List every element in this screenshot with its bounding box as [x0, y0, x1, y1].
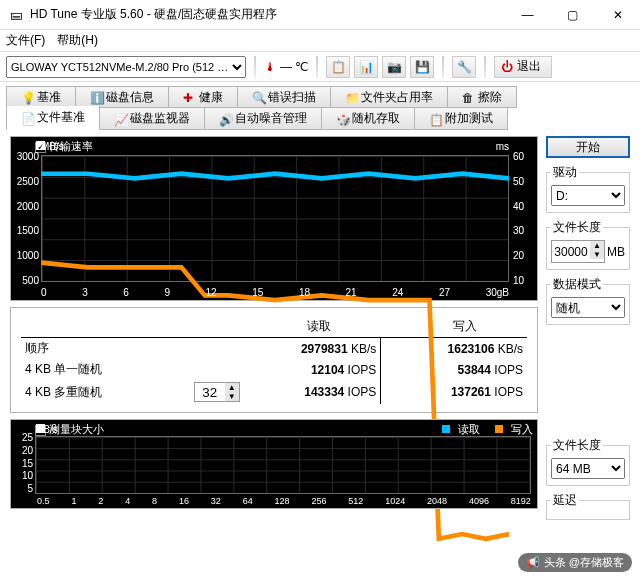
window-title: HD Tune 专业版 5.60 - 硬盘/固态硬盘实用程序: [30, 6, 505, 23]
temp-value: — ℃: [280, 60, 308, 74]
tab-health[interactable]: ✚健康: [169, 86, 238, 108]
tab-errorscan[interactable]: 🔍错误扫描: [238, 86, 331, 108]
tab-benchmark[interactable]: 💡基准: [6, 86, 76, 108]
delay-label: 延迟: [551, 492, 579, 509]
random-icon: 🎲: [336, 113, 348, 125]
close-button[interactable]: ✕: [595, 0, 640, 30]
titlebar: 🖴 HD Tune 专业版 5.60 - 硬盘/固态硬盘实用程序 — ▢ ✕: [0, 0, 640, 30]
tab-random[interactable]: 🎲随机存取: [322, 108, 415, 130]
health-icon: ✚: [183, 91, 195, 103]
chart2-ylabels: 252015105: [13, 432, 33, 494]
filelen-stepper[interactable]: ▲▼: [551, 240, 605, 263]
tab-erase[interactable]: 🗑擦除: [448, 86, 517, 108]
y-axis-labels: 30002500200015001000500: [13, 151, 39, 286]
stepper-down-icon[interactable]: ▼: [590, 250, 604, 259]
settings-icon[interactable]: 🔧: [452, 56, 476, 78]
minimize-button[interactable]: —: [505, 0, 550, 30]
watermark-text: 头条 @存储极客: [544, 555, 624, 570]
filelen2-select[interactable]: 64 MB: [551, 458, 625, 479]
chart2-legend: 读取 写入: [430, 422, 533, 437]
filelen2-group: 文件长度 64 MB: [546, 437, 630, 486]
copy-chart-icon[interactable]: 📊: [354, 56, 378, 78]
menu-help[interactable]: 帮助(H): [57, 32, 98, 49]
legend-read-swatch: [442, 425, 450, 433]
device-select[interactable]: GLOWAY YCT512NVMe-M.2/80 Pro (512 …: [6, 56, 246, 78]
exit-button[interactable]: ⏻ 退出: [494, 56, 552, 78]
stepper-up-icon[interactable]: ▲: [590, 241, 604, 250]
watermark: 📢 头条 @存储极客: [518, 553, 632, 572]
save-icon[interactable]: 💾: [410, 56, 434, 78]
filelen2-label: 文件长度: [551, 437, 603, 454]
menubar: 文件(F) 帮助(H): [0, 30, 640, 52]
filelen-input[interactable]: [552, 241, 590, 262]
clipboard-icon: 📋: [429, 113, 441, 125]
transfer-chart: 传输速率 MB/s ms 30002500200015001000500 605…: [10, 136, 538, 301]
tab-extra[interactable]: 📋附加测试: [415, 108, 508, 130]
separator: [254, 56, 256, 78]
datamode-group: 数据模式 随机: [546, 276, 630, 325]
start-button[interactable]: 开始: [546, 136, 630, 158]
chart2-xlabels: 0.512481632641282565121024204840968192: [37, 496, 531, 506]
drive-select[interactable]: D:: [551, 185, 625, 206]
tab-filebench[interactable]: 📄文件基准: [6, 106, 100, 130]
tab-folderusage[interactable]: 📁文件夹占用率: [331, 86, 448, 108]
toolbar: GLOWAY YCT512NVMe-M.2/80 Pro (512 … 🌡 — …: [0, 52, 640, 82]
maximize-button[interactable]: ▢: [550, 0, 595, 30]
legend-write-swatch: [495, 425, 503, 433]
separator: [316, 56, 318, 78]
separator: [484, 56, 486, 78]
filelen-group: 文件长度 ▲▼ MB: [546, 219, 630, 270]
app-icon: 🖴: [8, 7, 24, 23]
temperature-display: 🌡 — ℃: [264, 60, 308, 74]
tabstrip: 💡基准 ℹ️磁盘信息 ✚健康 🔍错误扫描 📁文件夹占用率 🗑擦除 📄文件基准 📈…: [0, 82, 640, 130]
info-icon: ℹ️: [90, 91, 102, 103]
datamode-label: 数据模式: [551, 276, 603, 293]
content: 传输速率 MB/s ms 30002500200015001000500 605…: [0, 130, 640, 524]
folder-icon: 📁: [345, 91, 357, 103]
chart-grid: [41, 155, 509, 282]
trash-icon: 🗑: [462, 91, 474, 103]
y2-unit: ms: [496, 141, 509, 152]
drive-label: 驱动: [551, 164, 579, 181]
y-unit: MB/s: [41, 141, 64, 152]
scan-icon: 🔍: [252, 91, 264, 103]
x-axis-labels: 036912151821242730gB: [41, 287, 509, 298]
speaker-icon: 🔊: [219, 113, 231, 125]
monitor-icon: 📈: [114, 113, 126, 125]
copy-text-icon[interactable]: 📋: [326, 56, 350, 78]
screenshot-icon[interactable]: 📷: [382, 56, 406, 78]
chart-lines: [41, 155, 509, 578]
tab-aam[interactable]: 🔊自动噪音管理: [205, 108, 322, 130]
tab-diskmonitor[interactable]: 📈磁盘监视器: [100, 108, 205, 130]
exit-label: 退出: [517, 58, 541, 75]
blocksize-chart: 测量块大小 读取 写入 MB/s 252015105 0.51248163264…: [10, 419, 538, 509]
thermometer-icon: 🌡: [264, 60, 276, 74]
drive-group: 驱动 D:: [546, 164, 630, 213]
filelen-unit: MB: [607, 245, 625, 259]
delay-group: 延迟: [546, 492, 630, 520]
separator: [442, 56, 444, 78]
tab-diskinfo[interactable]: ℹ️磁盘信息: [76, 86, 169, 108]
logo-icon: 📢: [526, 556, 540, 569]
filelen-label: 文件长度: [551, 219, 603, 236]
menu-file[interactable]: 文件(F): [6, 32, 45, 49]
exit-icon: ⏻: [501, 60, 513, 74]
file-icon: 📄: [21, 112, 33, 124]
bulb-icon: 💡: [21, 91, 33, 103]
chart2-grid: [35, 436, 531, 494]
datamode-select[interactable]: 随机: [551, 297, 625, 318]
chart2-yunit: MB/s: [35, 424, 58, 435]
y2-axis-labels: 605040302010: [513, 151, 535, 286]
